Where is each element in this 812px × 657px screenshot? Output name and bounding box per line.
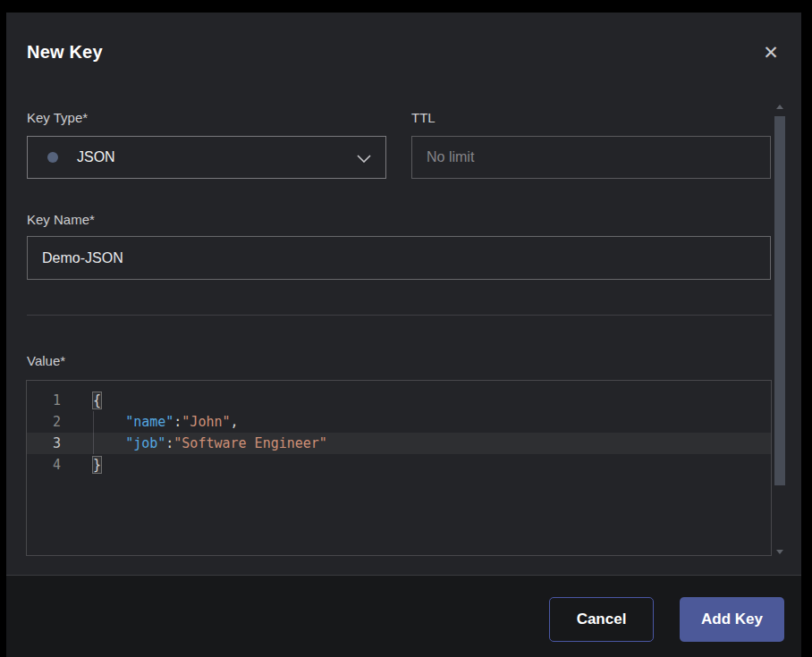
- key-name-input[interactable]: [27, 236, 771, 280]
- indent: [93, 414, 125, 430]
- close-button[interactable]: ✕: [756, 38, 786, 68]
- section-divider: [27, 315, 772, 316]
- comma-token: ,: [231, 414, 239, 430]
- new-key-dialog: New Key ✕ Key Type* JSON TTL Key Name* V…: [6, 13, 801, 657]
- cancel-button[interactable]: Cancel: [549, 597, 654, 642]
- close-icon: ✕: [763, 42, 779, 63]
- dialog-title: New Key: [27, 42, 103, 63]
- dialog-scrollbar[interactable]: [774, 105, 785, 554]
- scroll-down-icon[interactable]: [776, 550, 783, 554]
- value-label: Value*: [27, 353, 65, 368]
- json-string-token: "John": [182, 414, 230, 430]
- json-string-token: "Software Engineer": [173, 435, 327, 451]
- line-number: 2: [27, 411, 61, 433]
- key-type-bullet-icon: [47, 152, 58, 163]
- code-line-2: 2 "name":"John",: [27, 411, 771, 433]
- line-number: 4: [27, 454, 61, 476]
- scroll-up-icon[interactable]: [776, 105, 783, 109]
- value-code-editor[interactable]: 1 { 2 "name":"John", 3 "job":"Software E…: [26, 380, 772, 556]
- code-line-4: 4 }: [27, 454, 771, 476]
- colon-token: :: [173, 414, 182, 430]
- json-key-token: "job": [125, 435, 165, 451]
- ttl-input[interactable]: [411, 136, 771, 179]
- json-key-token: "name": [125, 414, 173, 430]
- chevron-down-icon: [357, 155, 371, 163]
- key-name-label: Key Name*: [27, 212, 95, 227]
- key-type-label: Key Type*: [27, 110, 88, 125]
- code-line-1: 1 {: [27, 390, 771, 411]
- ttl-label: TTL: [411, 110, 436, 125]
- dialog-footer: Cancel Add Key: [6, 576, 801, 657]
- footer-divider: [6, 575, 801, 576]
- key-type-select[interactable]: JSON: [27, 136, 386, 179]
- code-line-3-active: 3 "job":"Software Engineer": [27, 433, 771, 454]
- line-number: 1: [27, 390, 61, 411]
- open-brace-token: {: [93, 392, 101, 409]
- scrollbar-thumb[interactable]: [774, 116, 785, 485]
- indent: [93, 435, 125, 451]
- close-brace-token: }: [93, 457, 101, 473]
- colon-token: :: [165, 435, 173, 451]
- key-type-selected-value: JSON: [77, 149, 115, 165]
- add-key-button[interactable]: Add Key: [680, 597, 784, 642]
- line-number: 3: [27, 433, 61, 454]
